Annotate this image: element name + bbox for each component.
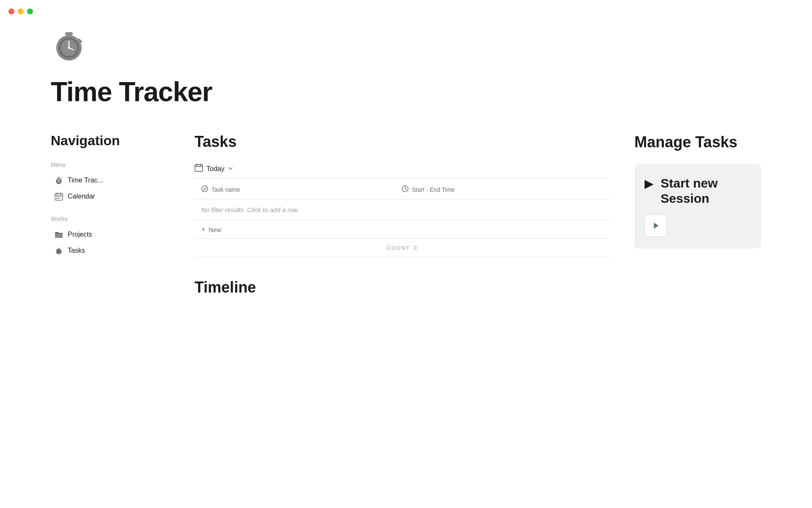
manage-tasks-panel: Manage Tasks ▶ Start new Session [634, 133, 761, 255]
menu-items: Time Trac... [51, 173, 169, 204]
time-tracker-icon [54, 176, 63, 185]
sidebar-item-label-projects: Projects [68, 231, 92, 238]
sidebar-item-calendar[interactable]: Calendar [51, 189, 169, 204]
close-button[interactable] [8, 8, 14, 14]
start-session-button[interactable] [645, 215, 667, 237]
start-session-label: Start new Session [661, 176, 751, 206]
count-value: 0 [414, 245, 417, 251]
filter-label: Today [206, 165, 225, 173]
svg-rect-18 [56, 196, 58, 198]
svg-rect-19 [58, 196, 60, 198]
tasks-section-title: Tasks [195, 133, 609, 151]
count-label: COUNT [387, 245, 410, 251]
maximize-button[interactable] [27, 8, 33, 14]
svg-point-26 [57, 250, 61, 254]
svg-rect-20 [60, 196, 61, 198]
works-group-label: Works [51, 215, 169, 222]
svg-rect-27 [58, 248, 60, 249]
time-col-label: Start - End Time [412, 186, 455, 193]
projects-icon [54, 230, 63, 239]
empty-row[interactable]: No filter results. Click to add a row. [195, 199, 609, 221]
svg-rect-21 [56, 198, 58, 199]
svg-point-8 [68, 47, 70, 49]
menu-group-label: Menu [51, 161, 169, 168]
new-row-button[interactable]: + New [195, 221, 609, 239]
tasks-nav-icon [54, 246, 63, 255]
start-session-card: ▶ Start new Session [634, 164, 761, 248]
checkmark-icon [201, 185, 208, 194]
sidebar-item-label-calendar: Calendar [68, 193, 95, 200]
works-items: Projects Tasks [51, 227, 169, 258]
task-name-column-header: Task name [201, 185, 402, 194]
new-row-label: New [208, 226, 221, 233]
count-row: COUNT 0 [195, 239, 609, 257]
navigation-panel: Navigation Menu [51, 133, 169, 270]
sidebar-item-projects[interactable]: Projects [51, 227, 169, 242]
page-title: Time Tracker [51, 76, 761, 108]
svg-rect-14 [58, 177, 60, 178]
plus-icon: + [201, 226, 205, 233]
play-button-container [645, 215, 751, 237]
calendar-icon [54, 192, 63, 201]
nav-section-title: Navigation [51, 133, 169, 149]
filter-calendar-icon [195, 163, 203, 174]
time-column-header: Start - End Time [402, 185, 602, 194]
timeline-section-title: Timeline [195, 279, 609, 296]
sidebar-item-label-tasks: Tasks [68, 247, 85, 254]
traffic-lights [8, 8, 33, 14]
play-icon-large: ▶ [645, 177, 654, 190]
tasks-filter-bar[interactable]: Today [195, 159, 609, 179]
tasks-panel: Tasks Today [195, 133, 609, 305]
tasks-table-header: Task name Start - End Time [195, 180, 609, 199]
sidebar-item-time-tracker[interactable]: Time Trac... [51, 173, 169, 188]
svg-line-35 [405, 189, 406, 190]
sidebar-item-tasks-nav[interactable]: Tasks [51, 243, 169, 258]
task-name-col-label: Task name [211, 186, 240, 193]
clock-icon [402, 185, 409, 194]
app-icon [51, 25, 89, 64]
svg-point-32 [202, 186, 208, 192]
svg-line-15 [61, 178, 62, 179]
svg-rect-22 [58, 198, 60, 199]
svg-rect-2 [65, 32, 73, 35]
sidebar-item-label-time-tracker: Time Trac... [68, 177, 103, 184]
manage-tasks-title: Manage Tasks [634, 133, 761, 151]
chevron-down-icon [228, 166, 233, 172]
start-session-content: ▶ Start new Session [645, 176, 751, 206]
minimize-button[interactable] [18, 8, 24, 14]
svg-rect-28 [195, 165, 203, 171]
